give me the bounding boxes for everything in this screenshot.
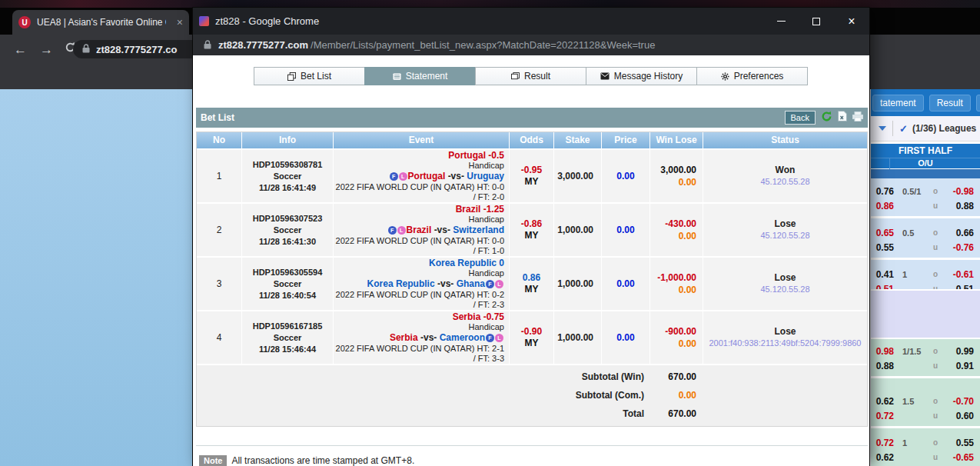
bet-pick: Portugal -0.5 [334, 150, 504, 161]
bet-type-icons [486, 334, 503, 342]
bet-event: Serbia -0.75 Handicap Serbia -vs- Camero… [334, 311, 509, 364]
bet-odds: -0.95 MY [510, 150, 553, 202]
bet-market: Handicap [334, 322, 504, 332]
tab-bet-list[interactable]: Bet List [254, 67, 365, 85]
commission-value: 0.00 [679, 176, 696, 188]
subtotal-row: Total670.00 [197, 404, 867, 423]
tab-result[interactable]: Result [475, 67, 586, 85]
odds-row[interactable]: 0.55u-0.76 [871, 240, 980, 255]
vs-label: -vs- [420, 332, 437, 343]
odds-group: 0.760.5/1o-0.980.86u0.88 [871, 182, 980, 218]
odds-row[interactable]: 0.72u0.60 [871, 408, 980, 423]
bet-ref: HDP10596308781 [253, 159, 323, 171]
bet-winlose: -1,000.00 0.00 [650, 258, 703, 310]
l-icon [495, 280, 503, 288]
forward-arrow-icon[interactable]: → [40, 42, 53, 58]
copy-icon [287, 72, 296, 81]
bet-row: 4 HDP10596167185 Soccer 11/28 15:46:44 S… [197, 311, 867, 364]
background-page-body [0, 89, 193, 466]
odds-row[interactable]: 0.981/1.5o0.99 [871, 344, 980, 358]
tab-label: Preferences [734, 71, 784, 82]
odds-row[interactable]: 0.88u0.91 [871, 358, 980, 373]
odds-row[interactable]: 0.760.5/1o-0.98 [871, 184, 980, 198]
rp-upper-odds: 0.760.5/1o-0.980.86u0.880.650.5o0.660.55… [871, 178, 980, 289]
event-teams: Portugal -vs- Uruguay [334, 171, 504, 182]
bet-row: 3 HDP10596305594 Soccer 11/28 16:40:54 K… [197, 258, 867, 310]
refresh-icon[interactable] [821, 111, 832, 125]
home-team: Serbia [390, 332, 418, 343]
leagues-label[interactable]: (1/36) Leagues [912, 123, 976, 134]
column-header: Status [703, 132, 867, 148]
url-text: zt828.7775277.co [96, 44, 178, 55]
tab-preferences[interactable]: Preferences [696, 67, 808, 85]
tab-close-icon[interactable]: × [177, 16, 183, 28]
bet-price: 0.00 [602, 150, 649, 202]
minimize-button[interactable] [763, 8, 799, 35]
odds-row[interactable]: 0.721o0.55 [871, 435, 980, 450]
bet-league: 2022 FIFA WORLD CUP (IN QATAR) HT: 0-2 /… [334, 290, 504, 310]
winlose-value: -1,000.00 [657, 271, 696, 284]
rp-nav-button[interactable]: Pref [976, 95, 980, 112]
table-body: 1 HDP10596308781 Soccer 11/28 16:41:49 P… [197, 150, 867, 364]
panel-title: Bet List [201, 112, 234, 123]
column-header: Stake [554, 132, 601, 148]
bet-info: HDP10596305594 Soccer 11/28 16:40:54 [242, 258, 333, 310]
odds-row[interactable]: 0.51u0.51 [871, 281, 980, 289]
rp-section-spacer [871, 289, 980, 339]
maximize-icon [812, 18, 820, 25]
status-label: Lose [774, 326, 796, 338]
commission-value: 0.00 [679, 338, 696, 350]
rp-nav-button[interactable]: Result [929, 95, 971, 112]
tab-statement[interactable]: Statement [364, 67, 476, 85]
close-button[interactable]: × [834, 8, 869, 35]
back-arrow-icon[interactable]: ← [14, 42, 27, 58]
status-ip: 45.120.55.28 [760, 230, 809, 241]
event-teams: Korea Republic -vs- Ghana [334, 278, 504, 290]
bet-no: 2 [197, 204, 241, 256]
odds-row[interactable]: 0.86u0.88 [871, 198, 980, 213]
lock-icon [82, 42, 90, 56]
odds-row[interactable]: 0.411o-0.61 [871, 267, 980, 281]
bet-odds: -0.90 MY [510, 311, 553, 364]
bet-pick: Brazil -1.25 [334, 204, 504, 215]
subtotal-row: Subtotal (Com.)0.00 [197, 386, 867, 404]
bet-no: 4 [197, 311, 241, 364]
tab-message-history[interactable]: Message History [586, 67, 697, 85]
bet-status: Lose 45.120.55.28 [703, 258, 867, 310]
odds-row[interactable]: 0.650.5o0.66 [871, 225, 980, 240]
divider [892, 121, 893, 136]
bet-pick: Korea Republic 0 [334, 258, 504, 268]
tab-label: Result [524, 71, 550, 82]
currency-label: MY [525, 338, 539, 349]
bet-stake: 3,000.00 [554, 150, 601, 202]
browser-tab-uea8[interactable]: U UEA8 | Asian's Favorite Online Ca × [12, 10, 189, 35]
table-header-row: NoInfoEventOddsStakePriceWin LoseStatus [197, 132, 867, 148]
status-ip: 45.120.55.28 [760, 176, 809, 188]
tab-label: Bet List [301, 71, 331, 82]
maximize-button[interactable] [799, 8, 834, 35]
odds-group: 0.650.5o0.660.55u-0.76 [871, 224, 980, 260]
mail-icon [600, 72, 610, 80]
close-icon: × [848, 15, 855, 28]
column-header: Win Lose [650, 132, 703, 148]
vs-label: -vs- [437, 278, 453, 289]
export-excel-icon[interactable] [838, 111, 847, 125]
f-icon [486, 334, 494, 342]
popup-address-bar[interactable]: zt828.7775277.com /Member/Lists/payment_… [193, 35, 869, 55]
match-header-strip [871, 168, 980, 178]
bet-time: 11/28 15:46:44 [259, 344, 316, 355]
odds-row[interactable]: 0.62u-0.65 [871, 450, 980, 464]
win-icon [511, 72, 520, 81]
bet-sport: Soccer [274, 278, 302, 290]
currency-label: MY [525, 230, 539, 241]
popup-titlebar[interactable]: zt828 - Google Chrome × [193, 8, 869, 35]
bet-winlose: -430.00 0.00 [650, 204, 703, 256]
back-button[interactable]: Back [785, 111, 816, 125]
rp-nav-button[interactable]: tatement [872, 95, 924, 112]
chevron-down-icon[interactable] [879, 126, 886, 131]
league-filter-bar[interactable]: ✓ (1/36) Leagues [871, 116, 980, 141]
bet-status: Lose 45.120.55.28 [703, 204, 867, 256]
column-header: Event [334, 132, 509, 148]
odds-row[interactable]: 0.621.5o-0.70 [871, 394, 980, 408]
print-icon[interactable] [852, 111, 863, 125]
